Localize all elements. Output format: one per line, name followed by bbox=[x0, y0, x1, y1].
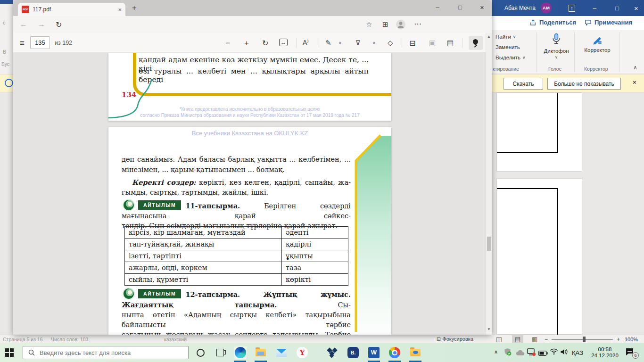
read-aloud-icon[interactable]: A⁾ bbox=[303, 39, 309, 46]
taskbar-word-button[interactable]: W bbox=[368, 346, 380, 359]
start-button[interactable] bbox=[5, 348, 14, 357]
ribbon-divider bbox=[619, 32, 619, 72]
status-word-count[interactable]: Число слов: 103 bbox=[51, 337, 88, 342]
notification-close-icon[interactable]: × bbox=[633, 79, 636, 86]
word-notification-bar-left bbox=[0, 74, 13, 92]
highlight-chevron-icon[interactable]: ∨ bbox=[372, 41, 376, 45]
fit-width-icon[interactable]: ↔ bbox=[279, 39, 288, 46]
zoom-slider-thumb[interactable] bbox=[583, 337, 586, 342]
favorites-icon[interactable]: ☆ bbox=[366, 20, 372, 29]
share-button[interactable]: Поделиться bbox=[529, 19, 576, 26]
browser-tab[interactable]: PDF 117.pdf × bbox=[18, 3, 125, 16]
editing-group-label: ктирование bbox=[493, 66, 519, 72]
taskbar-dropbox-button[interactable] bbox=[326, 346, 339, 359]
scroll-up-icon[interactable]: ▲ bbox=[487, 34, 491, 39]
onedrive-icon[interactable] bbox=[515, 349, 525, 358]
forward-icon[interactable]: → bbox=[38, 20, 45, 29]
find-button[interactable]: Найти∨ bbox=[495, 34, 516, 40]
language-indicator[interactable]: ҚАЗ bbox=[572, 349, 583, 356]
word-share-row: Поделиться Примечания bbox=[492, 16, 644, 30]
word-minimize-button[interactable]: – bbox=[584, 0, 605, 16]
erase-icon[interactable]: ◇ bbox=[388, 39, 393, 47]
menu-icon[interactable]: ⋯ bbox=[414, 19, 421, 28]
refresh-icon[interactable]: ↻ bbox=[56, 20, 62, 29]
clock[interactable]: 00:5824.12.2020 bbox=[589, 346, 620, 359]
task-text-line: сағатының жоспарын жасау сендерге тапсыр… bbox=[122, 330, 351, 335]
edge-close-button[interactable]: × bbox=[472, 0, 492, 14]
read-mode-button[interactable]: ◫ bbox=[496, 336, 502, 343]
status-page-count[interactable]: Страница 5 из 16 bbox=[3, 337, 43, 342]
speaking-badge-icon bbox=[123, 199, 135, 211]
highlight-icon[interactable]: ⊽ bbox=[355, 39, 361, 47]
zoom-in-button[interactable]: + bbox=[617, 336, 620, 343]
edge-minimize-button[interactable]: – bbox=[427, 0, 448, 14]
draw-icon[interactable]: ✎ bbox=[325, 39, 331, 47]
dont-show-again-button[interactable]: Больше не показывать bbox=[547, 78, 621, 90]
select-button[interactable]: Выделить∨ bbox=[495, 55, 526, 60]
antivirus-icon[interactable] bbox=[504, 348, 512, 356]
taskbar-mail-button[interactable] bbox=[275, 346, 288, 359]
screen-share-icon[interactable] bbox=[527, 348, 536, 358]
chevron-down-icon: ∨ bbox=[541, 55, 572, 59]
collapse-ribbon-button[interactable]: ∧ bbox=[633, 64, 637, 71]
pdf-scrollbar[interactable]: ▲ ▼ bbox=[486, 33, 492, 335]
volume-icon[interactable] bbox=[560, 348, 568, 357]
rotate-icon[interactable]: ↻ bbox=[262, 39, 268, 48]
notification-center-button[interactable]: 6 bbox=[626, 348, 637, 357]
dictate-button[interactable]: Диктофон ∨ bbox=[541, 33, 572, 59]
table-cell-left: ажарлы, өңді, көркем bbox=[125, 262, 282, 274]
taskbar-yandex-disk-button[interactable] bbox=[409, 346, 421, 359]
pin-toolbar-button[interactable] bbox=[469, 36, 483, 50]
zoom-percent[interactable]: 100% bbox=[625, 337, 638, 342]
taskbar-yandex-button[interactable]: Y bbox=[296, 346, 308, 359]
web-layout-button[interactable]: ▥ bbox=[532, 336, 537, 343]
draw-chevron-icon[interactable]: ∨ bbox=[339, 41, 342, 45]
zoom-out-icon[interactable]: − bbox=[225, 39, 230, 48]
collections-icon[interactable]: ⊞ bbox=[382, 20, 388, 29]
save-as-icon[interactable]: ▤ bbox=[447, 39, 454, 47]
replace-button[interactable]: Заменить bbox=[495, 44, 520, 50]
search-input[interactable] bbox=[40, 349, 176, 356]
user-avatar[interactable]: AM bbox=[541, 2, 552, 13]
back-icon[interactable]: ← bbox=[20, 20, 27, 29]
focus-mode-button[interactable]: ⊡ Фокусировка bbox=[437, 336, 473, 342]
comments-button[interactable]: Примечания bbox=[585, 19, 632, 26]
page-number-input[interactable] bbox=[30, 36, 50, 49]
zoom-in-icon[interactable]: + bbox=[244, 39, 249, 48]
ribbon-display-options-button[interactable]: ↑ bbox=[562, 0, 581, 16]
save-icon[interactable]: ▣ bbox=[429, 39, 436, 47]
zoom-slider[interactable] bbox=[552, 339, 613, 340]
share-icon bbox=[529, 19, 537, 26]
print-layout-button[interactable]: ▤ bbox=[512, 335, 523, 344]
word-restore-button[interactable]: □ bbox=[607, 0, 627, 16]
profile-avatar[interactable] bbox=[396, 20, 405, 29]
word-close-button[interactable]: × bbox=[628, 0, 644, 16]
tab-title: 117.pdf bbox=[33, 6, 115, 13]
toc-icon[interactable]: ≡ bbox=[20, 39, 25, 48]
taskbar-edge-button[interactable] bbox=[234, 346, 247, 359]
pdf-viewport[interactable]: қандай адам екеніне көз жеткізу мүмкін е… bbox=[13, 53, 486, 335]
cortana-button[interactable] bbox=[194, 346, 206, 359]
status-language[interactable]: казахский bbox=[164, 337, 187, 342]
corrector-button[interactable]: Корректор bbox=[578, 33, 616, 53]
taskbar-chrome-button[interactable] bbox=[388, 346, 401, 359]
taskbar-b-app-button[interactable]: В. bbox=[347, 346, 359, 359]
scroll-down-icon[interactable]: ▼ bbox=[487, 327, 491, 331]
word-titlebar-corner bbox=[0, 0, 13, 4]
wifi-icon[interactable] bbox=[550, 348, 558, 357]
battery-icon[interactable] bbox=[538, 349, 548, 358]
task-view-button[interactable] bbox=[214, 346, 226, 359]
pin-icon bbox=[472, 38, 479, 46]
edge-maximize-button[interactable]: □ bbox=[450, 0, 471, 14]
tab-close-icon[interactable]: × bbox=[118, 6, 122, 13]
download-button[interactable]: Скачать bbox=[504, 78, 543, 90]
print-icon[interactable]: ⊟ bbox=[409, 39, 415, 48]
word-icon: W bbox=[368, 347, 380, 358]
task-12: АЙТЫЛЫМ 12-тапсырма. Жұптық жұмыс. Жағда… bbox=[122, 289, 351, 335]
taskbar-search-box[interactable] bbox=[23, 346, 189, 359]
scrollbar-thumb[interactable] bbox=[487, 237, 491, 251]
new-tab-button[interactable]: + bbox=[132, 4, 136, 12]
zoom-out-button[interactable]: − bbox=[545, 336, 548, 343]
taskbar-explorer-button[interactable] bbox=[255, 346, 267, 359]
tray-expand-icon[interactable]: ∧ bbox=[494, 349, 498, 355]
